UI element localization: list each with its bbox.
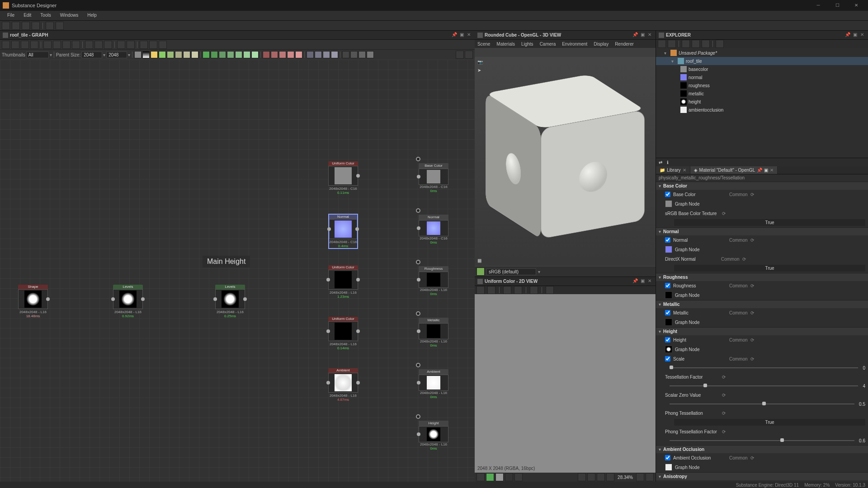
window-maximize-button[interactable]: ☐ — [828, 1, 846, 10]
node-input-swatch[interactable] — [367, 51, 374, 58]
props-info-icon[interactable]: ℹ — [667, 160, 669, 165]
output-height[interactable]: Height 2048x2048 - L16 0ms — [419, 421, 448, 450]
reset-icon[interactable]: ⟳ — [750, 310, 754, 315]
properties-breadcrumb[interactable]: physically_metallic_roughness/Tessellati… — [656, 174, 868, 182]
reset-icon[interactable]: ⟳ — [722, 211, 726, 216]
bg-black-icon[interactable] — [505, 473, 513, 481]
param-metallic-graphnode[interactable]: Graph Node — [656, 317, 868, 327]
menu-help[interactable]: Help — [83, 11, 101, 20]
node-blend-swatch[interactable] — [203, 51, 210, 58]
refresh-icon[interactable] — [30, 41, 38, 49]
node-material-swatch[interactable] — [350, 51, 358, 58]
menu-tools[interactable]: Tools — [36, 11, 55, 20]
node-normal-swatch[interactable] — [307, 51, 314, 58]
parentsize-w-input[interactable] — [81, 52, 102, 58]
node-blur-swatch[interactable] — [211, 51, 218, 58]
view2d-save-icon[interactable] — [487, 286, 495, 294]
reset-icon[interactable]: ⟳ — [722, 411, 726, 416]
highlight-icon[interactable] — [117, 41, 125, 49]
pin-icon[interactable] — [159, 41, 167, 49]
node-levels-swatch[interactable] — [295, 51, 302, 58]
view2d-histogram-icon[interactable] — [546, 286, 554, 294]
param-tess-slider[interactable]: 4 — [656, 381, 868, 390]
target-icon[interactable] — [587, 473, 595, 481]
filter-icon[interactable] — [606, 473, 614, 481]
view3d-pin-icon[interactable]: 📌 — [632, 32, 638, 38]
reset-icon[interactable]: ⟳ — [722, 375, 726, 380]
move-tool-icon[interactable] — [2, 41, 10, 49]
tree-output-metallic[interactable]: metallic — [656, 89, 868, 98]
pencil-icon[interactable] — [127, 41, 135, 49]
tab-popout-icon[interactable]: ▣ — [764, 168, 768, 173]
param-basecolor-graphnode[interactable]: Graph Node — [656, 199, 868, 209]
view3d-popout-icon[interactable]: ▣ — [639, 32, 646, 38]
grid-toggle-icon[interactable]: ▦ — [477, 258, 481, 263]
explorer-popout-icon[interactable]: ▣ — [852, 32, 858, 38]
group-normal-header[interactable]: ▾Normal — [656, 227, 868, 235]
new-icon[interactable] — [12, 22, 20, 30]
tab-library[interactable]: 📁 Library ✕ — [656, 166, 690, 174]
node-normal[interactable]: Normal 2048x2048 - C16 0.4ms — [328, 214, 358, 249]
snapshot-icon[interactable] — [11, 41, 19, 49]
graph-view-opt-icon[interactable] — [456, 51, 464, 59]
node-grayscale-swatch[interactable] — [279, 51, 286, 58]
node-gradient-swatch[interactable] — [142, 51, 150, 58]
output-dot-ao[interactable] — [416, 363, 420, 367]
node-warp-swatch[interactable] — [331, 51, 338, 58]
output-dot-height[interactable] — [416, 414, 420, 419]
fit-icon[interactable] — [636, 473, 644, 481]
camera-icon[interactable]: 📷 — [477, 60, 483, 65]
explorer-link-icon[interactable] — [702, 40, 710, 48]
group-basecolor-header[interactable]: ▾Base Color — [656, 182, 868, 190]
parentsize-h-input[interactable] — [106, 52, 127, 58]
tree-graph[interactable]: ▾ roof_tile — [656, 57, 868, 65]
tab-close-icon[interactable]: ✕ — [683, 168, 686, 173]
node-distance-swatch[interactable] — [251, 51, 259, 58]
explorer-delete-icon[interactable] — [716, 40, 724, 48]
view2d-info-icon[interactable] — [530, 286, 538, 294]
tile-icon[interactable] — [514, 473, 523, 481]
substance-send-icon[interactable] — [46, 22, 54, 30]
ruler-icon[interactable] — [578, 473, 586, 481]
output-metallic[interactable]: Metallic 2048x2048 - L16 0ms — [419, 318, 448, 347]
node-curve-swatch[interactable] — [151, 51, 158, 58]
reset-icon[interactable]: ⟳ — [722, 429, 726, 434]
menu-windows[interactable]: Windows — [56, 11, 83, 20]
comment-icon[interactable] — [149, 41, 157, 49]
node-sharpen-swatch[interactable] — [315, 51, 322, 58]
node-uniformcolor-2[interactable]: Uniform Color 2048x2048 - L16 1.23ms — [328, 265, 358, 299]
crosshair-icon[interactable] — [597, 473, 605, 481]
explorer-pin-icon[interactable]: 📌 — [844, 32, 851, 38]
frame-icon[interactable] — [140, 41, 148, 49]
reset-icon[interactable]: ⟳ — [722, 393, 726, 398]
thumbnails-select[interactable] — [26, 52, 49, 58]
reset-icon[interactable]: ⟳ — [742, 257, 746, 262]
info-icon[interactable] — [85, 41, 93, 49]
tree-output-normal[interactable]: normal — [656, 73, 868, 81]
open-icon[interactable] — [22, 22, 30, 30]
menu-edit[interactable]: Edit — [19, 11, 36, 20]
node-levels-1[interactable]: Levels 2048x2048 - L16 0.92ms — [113, 285, 143, 318]
link-icon[interactable] — [104, 41, 112, 49]
param-phongf-slider[interactable]: 0.6 — [656, 436, 868, 445]
checker-icon[interactable] — [476, 473, 485, 481]
node-gradientmap-swatch[interactable] — [271, 51, 278, 58]
node-hsl-swatch[interactable] — [287, 51, 294, 58]
explorer-save-icon[interactable] — [658, 40, 666, 48]
param-metallic-toggle[interactable] — [665, 310, 670, 315]
node-transform-swatch[interactable] — [323, 51, 330, 58]
tree-output-height[interactable]: height — [656, 98, 868, 106]
view3d-canvas[interactable]: 📷 ➤ ▦ — [475, 57, 656, 266]
view3d-menu-camera[interactable]: Camera — [540, 42, 556, 47]
align-left-icon[interactable] — [43, 41, 52, 49]
node-ao[interactable]: Ambient Occlusion (HB... 2048x2048 - L16… — [328, 368, 358, 402]
group-ao-header[interactable]: ▾Ambient Occlusion — [656, 445, 868, 453]
props-toggle-icon[interactable]: ⇄ — [659, 160, 662, 165]
node-uniformcolor-3[interactable]: Uniform Color 2048x2048 - L16 0.14ms — [328, 317, 358, 350]
window-close-button[interactable]: ✕ — [847, 1, 865, 10]
param-roughness-toggle[interactable] — [665, 283, 670, 288]
shader-icon[interactable] — [476, 267, 485, 276]
view2d-close-icon[interactable]: ✕ — [646, 278, 653, 285]
reset-icon[interactable]: ⟳ — [750, 192, 754, 197]
node-svg-swatch[interactable] — [175, 51, 182, 58]
